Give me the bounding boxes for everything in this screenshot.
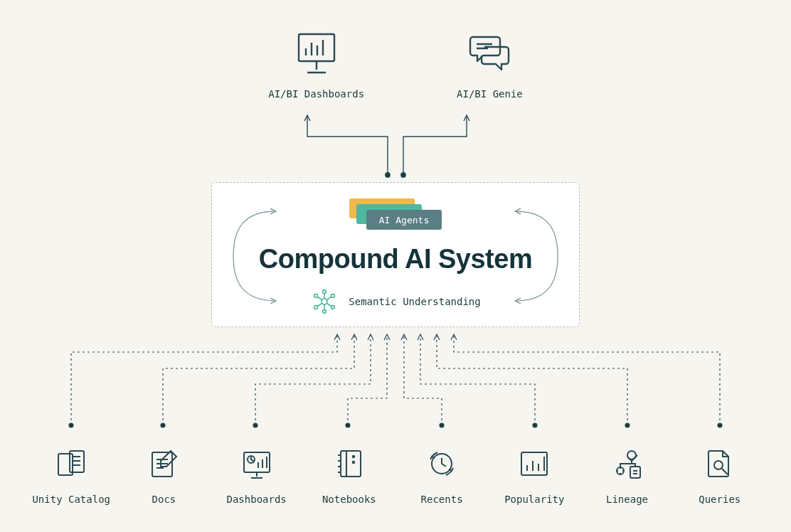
dashboard-icon bbox=[240, 447, 274, 481]
bottom-item-label: Dashboards bbox=[227, 494, 287, 505]
svg-rect-27 bbox=[521, 452, 547, 475]
notebook-icon bbox=[332, 447, 366, 481]
top-item-dashboards: AI/BI Dashboards bbox=[268, 28, 364, 100]
docs-icon bbox=[147, 447, 181, 481]
bottom-item-docs: Docs bbox=[121, 447, 206, 505]
queries-icon bbox=[703, 447, 737, 481]
semantic-row: Semantic Understanding bbox=[310, 287, 480, 316]
svg-point-2 bbox=[69, 423, 73, 427]
svg-point-25 bbox=[353, 462, 355, 464]
bottom-item-queries: Queries bbox=[677, 447, 763, 505]
top-item-label: AI/BI Genie bbox=[457, 88, 523, 100]
svg-rect-21 bbox=[244, 452, 270, 472]
bottom-item-label: Queries bbox=[699, 494, 740, 505]
bottom-sources-row: Unity Catalog Docs Dashboards bbox=[0, 447, 791, 505]
svg-point-0 bbox=[386, 173, 390, 177]
top-item-label: AI/BI Dashboards bbox=[268, 88, 364, 100]
bottom-item-label: Recents bbox=[421, 494, 463, 505]
top-consumers-row: AI/BI Dashboards AI/BI Genie bbox=[0, 28, 791, 100]
svg-point-9 bbox=[718, 423, 722, 427]
neural-net-icon bbox=[310, 287, 339, 316]
bottom-item-label: Docs bbox=[152, 494, 176, 505]
svg-point-17 bbox=[323, 310, 327, 314]
svg-point-5 bbox=[346, 423, 350, 427]
recents-icon bbox=[425, 447, 459, 481]
svg-point-6 bbox=[440, 423, 444, 427]
svg-point-16 bbox=[323, 290, 327, 294]
bottom-item-dashboards: Dashboards bbox=[214, 447, 299, 505]
bottom-item-notebooks: Notebooks bbox=[307, 447, 392, 505]
svg-point-8 bbox=[625, 423, 630, 427]
svg-rect-23 bbox=[341, 451, 361, 477]
bottom-item-recents: Recents bbox=[399, 447, 484, 505]
svg-point-1 bbox=[401, 173, 405, 177]
bottom-item-popularity: Popularity bbox=[492, 447, 577, 505]
monitor-bars-icon bbox=[292, 28, 341, 78]
svg-rect-30 bbox=[630, 467, 640, 478]
agents-label: AI Agents bbox=[379, 215, 429, 225]
bottom-item-label: Lineage bbox=[606, 494, 648, 505]
bottom-item-label: Notebooks bbox=[322, 494, 376, 505]
compound-system-box: AI Agents Compound AI System Semantic Un… bbox=[211, 182, 580, 327]
chat-bubbles-icon bbox=[464, 28, 514, 78]
svg-point-4 bbox=[253, 423, 258, 427]
lineage-icon bbox=[610, 447, 644, 481]
top-item-genie: AI/BI Genie bbox=[457, 28, 523, 100]
svg-point-3 bbox=[161, 423, 165, 427]
svg-point-7 bbox=[533, 423, 537, 427]
catalog-icon bbox=[54, 447, 88, 481]
bottom-item-label: Popularity bbox=[504, 494, 564, 505]
popularity-icon bbox=[517, 447, 551, 481]
main-title: Compound AI System bbox=[259, 244, 532, 275]
bottom-item-lineage: Lineage bbox=[585, 447, 670, 505]
svg-point-24 bbox=[353, 456, 355, 458]
ai-agents-stack: AI Agents bbox=[349, 198, 442, 228]
bottom-item-label: Unity Catalog bbox=[32, 494, 110, 505]
bottom-item-unity-catalog: Unity Catalog bbox=[28, 447, 114, 505]
agent-card-front: AI Agents bbox=[366, 210, 442, 230]
svg-point-31 bbox=[714, 461, 723, 469]
semantic-label: Semantic Understanding bbox=[349, 296, 480, 307]
